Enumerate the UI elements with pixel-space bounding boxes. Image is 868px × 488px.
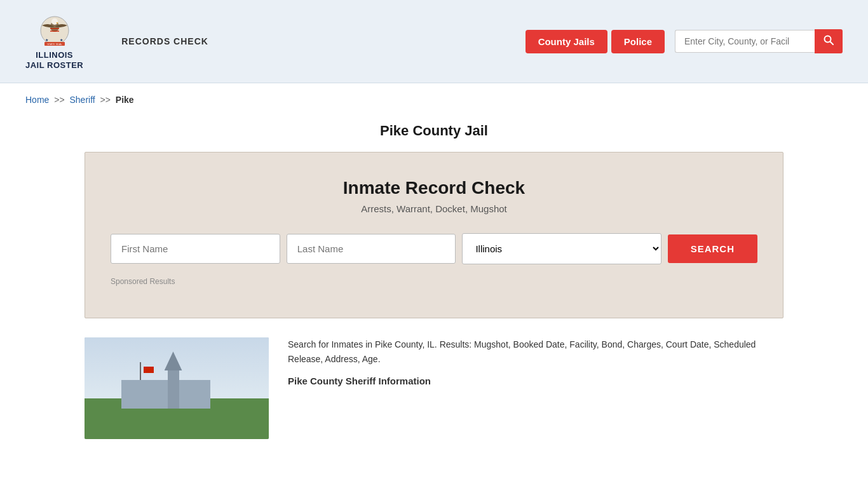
svg-text:★: ★ bbox=[60, 38, 63, 42]
inmate-search-button[interactable]: SEARCH bbox=[668, 234, 757, 263]
last-name-input[interactable] bbox=[287, 234, 456, 264]
svg-text:★: ★ bbox=[45, 38, 48, 42]
bottom-section: Search for Inmates in Pike County, IL. R… bbox=[85, 337, 783, 464]
sheriff-info-title: Pike County Sheriff Information bbox=[288, 374, 783, 389]
page-title: Pike County Jail bbox=[0, 123, 868, 139]
flag bbox=[144, 367, 154, 373]
record-check-heading: Inmate Record Check bbox=[111, 178, 757, 198]
svg-rect-4 bbox=[50, 30, 59, 32]
breadcrumb-current: Pike bbox=[116, 95, 134, 105]
site-logo[interactable]: ★ ★ STATE SEAL ILLINOIS JAIL ROSTER bbox=[25, 13, 83, 70]
bottom-description-area: Search for Inmates in Pike County, IL. R… bbox=[288, 337, 783, 439]
bottom-description: Search for Inmates in Pike County, IL. R… bbox=[288, 337, 783, 366]
header-search-button[interactable] bbox=[815, 29, 843, 53]
breadcrumb-sep1: >> bbox=[54, 95, 64, 105]
courthouse-image bbox=[85, 337, 269, 439]
breadcrumb-sep2: >> bbox=[100, 95, 111, 105]
breadcrumb-home[interactable]: Home bbox=[25, 95, 49, 105]
search-icon bbox=[824, 35, 834, 45]
flag-pole bbox=[140, 362, 141, 380]
records-check-link[interactable]: RECORDS CHECK bbox=[121, 36, 208, 46]
record-check-subtitle: Arrests, Warrant, Docket, Mugshot bbox=[111, 203, 757, 214]
inmate-search-form: Illinois Alabama Alaska Arizona Arkansas… bbox=[111, 233, 757, 264]
state-select[interactable]: Illinois Alabama Alaska Arizona Arkansas… bbox=[462, 233, 661, 264]
illinois-seal-icon: ★ ★ STATE SEAL bbox=[36, 13, 74, 48]
svg-rect-3 bbox=[50, 28, 59, 29]
site-header: ★ ★ STATE SEAL ILLINOIS JAIL ROSTER RECO… bbox=[0, 0, 868, 83]
courthouse-tower bbox=[168, 370, 179, 409]
logo-text: ILLINOIS JAIL ROSTER bbox=[25, 50, 83, 70]
first-name-input[interactable] bbox=[111, 234, 280, 264]
county-jails-button[interactable]: County Jails bbox=[526, 30, 607, 53]
breadcrumb: Home >> Sheriff >> Pike bbox=[0, 83, 868, 116]
header-right: County Jails Police bbox=[526, 29, 843, 53]
record-check-box: Inmate Record Check Arrests, Warrant, Do… bbox=[85, 152, 783, 318]
courthouse-building bbox=[121, 380, 210, 409]
police-button[interactable]: Police bbox=[611, 30, 665, 53]
svg-line-10 bbox=[831, 42, 834, 45]
breadcrumb-sheriff[interactable]: Sheriff bbox=[70, 95, 95, 105]
svg-point-2 bbox=[51, 18, 58, 25]
header-search-input[interactable] bbox=[675, 30, 815, 53]
header-search bbox=[675, 29, 843, 53]
svg-text:STATE SEAL: STATE SEAL bbox=[47, 43, 62, 46]
sponsored-results-label: Sponsored Results bbox=[111, 277, 757, 286]
